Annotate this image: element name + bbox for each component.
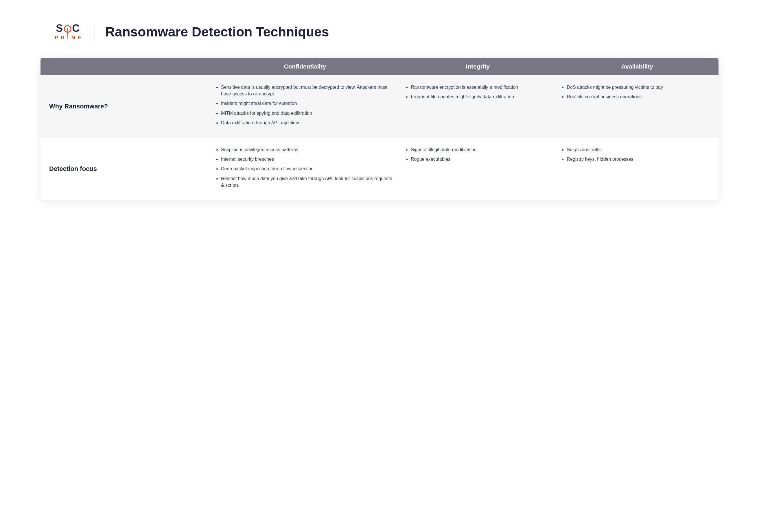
table-header-row: Confidentiality Integrity Availability — [40, 58, 719, 75]
list-item: MITM attacks for spyIng and data exfiltr… — [221, 110, 394, 117]
bullet-list: Suspicious trafficRegistry keys, hidden … — [559, 146, 713, 163]
list-item: Rootkits corrupt business operations — [567, 94, 713, 100]
header: S C PRIME Ransomware Detection Technique… — [40, 23, 719, 40]
table-row: Why Ransomware?Sensitive data is usually… — [40, 75, 719, 137]
bullet-list: Suspicious privileged access patternsInt… — [213, 146, 394, 188]
bullet-list: Sensitive data is usually encrypted but … — [213, 84, 394, 126]
table-cell: Suspicious privileged access patternsInt… — [210, 137, 400, 200]
list-item: Frequent file updates might signify data… — [411, 94, 550, 100]
list-item: Restrict how much data you give and take… — [221, 175, 394, 188]
logo-letter-s: S — [56, 24, 63, 33]
logo-letter-c: C — [72, 24, 80, 33]
table-card: Confidentiality Integrity Availability W… — [40, 58, 719, 200]
bullet-list: DoS attacks might be pressuring victims … — [559, 84, 713, 100]
list-item: Internal security breaches — [221, 156, 394, 163]
table-cell: Sensitive data is usually encrypted but … — [210, 75, 400, 137]
list-item: Ransomware encryption is essentially a m… — [411, 84, 550, 91]
col-header-empty — [40, 58, 210, 75]
table-cell: Signs of illegitimate modificationRogue … — [400, 137, 556, 200]
bullet-list: Signs of illegitimate modificationRogue … — [403, 146, 550, 163]
table-cell: DoS attacks might be pressuring victims … — [556, 75, 719, 137]
logo-top: S C — [56, 24, 80, 33]
header-divider — [95, 23, 95, 40]
logo-socprime: S C PRIME — [52, 24, 84, 40]
table-body: Why Ransomware?Sensitive data is usually… — [40, 75, 719, 200]
col-header-integrity: Integrity — [400, 58, 556, 75]
list-item: Signs of illegitimate modification — [411, 146, 550, 153]
list-item: Insiders might steal data for extortion — [221, 100, 394, 107]
row-label: Why Ransomware? — [40, 75, 210, 137]
bullet-list: Ransomware encryption is essentially a m… — [403, 84, 550, 100]
techniques-table: Confidentiality Integrity Availability W… — [40, 58, 719, 200]
list-item: Rogue executables — [411, 156, 550, 163]
list-item: Registry keys, hidden processes — [567, 156, 713, 163]
table-row: Detection focusSuspicious privileged acc… — [40, 137, 719, 200]
table-cell: Ransomware encryption is essentially a m… — [400, 75, 556, 137]
list-item: Deep packet inspection, deep flow inspec… — [221, 165, 394, 172]
logo-subtext: PRIME — [55, 36, 84, 40]
list-item: Suspicious privileged access patterns — [221, 146, 394, 153]
list-item: Data exfiltration through API, injection… — [221, 119, 394, 126]
col-header-confidentiality: Confidentiality — [210, 58, 400, 75]
list-item: DoS attacks might be pressuring victims … — [567, 84, 713, 91]
page-title: Ransomware Detection Techniques — [105, 24, 329, 40]
list-item: Suspicious traffic — [567, 146, 713, 153]
table-cell: Suspicious trafficRegistry keys, hidden … — [556, 137, 719, 200]
list-item: Sensitive data is usually encrypted but … — [221, 84, 394, 97]
logo-o-icon — [64, 25, 71, 33]
col-header-availability: Availability — [556, 58, 719, 75]
row-label: Detection focus — [40, 137, 210, 200]
